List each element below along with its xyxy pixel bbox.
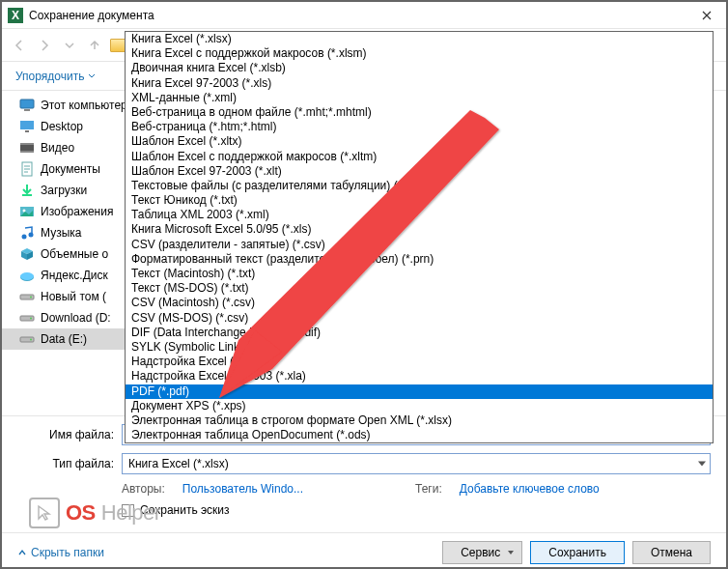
sidebar-item-label: Изображения	[41, 205, 113, 218]
svg-rect-8	[20, 151, 34, 153]
filetype-option[interactable]: Книга Excel 97-2003 (*.xls)	[126, 76, 713, 91]
filetype-option[interactable]: PDF (*.pdf)	[126, 384, 713, 399]
sidebar-item-label: Документы	[41, 162, 100, 176]
svg-point-20	[30, 318, 32, 320]
video-icon	[19, 140, 35, 156]
sidebar-item-label: Яндекс.Диск	[41, 269, 108, 282]
arrow-left-icon	[13, 39, 26, 52]
filetype-option[interactable]: SYLK (Symbolic Link) (*.slk)	[126, 340, 713, 355]
download-icon	[19, 183, 35, 198]
svg-rect-7	[20, 143, 34, 145]
svg-rect-3	[24, 109, 30, 111]
filetype-option[interactable]: Двоичная книга Excel (*.xlsb)	[126, 61, 713, 75]
svg-rect-2	[20, 100, 34, 108]
svg-point-16	[20, 272, 34, 280]
organize-button[interactable]: Упорядочить	[10, 66, 101, 87]
authors-label: Авторы:	[122, 482, 165, 496]
chevron-down-icon	[65, 41, 74, 50]
filetype-option[interactable]: CSV (Macintosh) (*.csv)	[126, 296, 713, 310]
sidebar-item-label: Объемные о	[41, 247, 108, 261]
filetype-option[interactable]: Электронная таблица OpenDocument (*.ods)	[126, 428, 713, 442]
sidebar-item-label: Музыка	[41, 226, 81, 240]
filetype-select[interactable]: Книга Excel (*.xlsx)	[122, 453, 711, 474]
sidebar-item-label: Data (E:)	[41, 332, 87, 346]
filetype-option[interactable]: Веб-страница в одном файле (*.mht;*.mhtm…	[126, 105, 713, 120]
nav-up[interactable]	[85, 36, 104, 55]
filetype-option[interactable]: Книга Microsoft Excel 5.0/95 (*.xls)	[126, 222, 713, 237]
organize-label: Упорядочить	[15, 70, 84, 83]
svg-point-18	[30, 297, 32, 299]
window-title: Сохранение документа	[29, 9, 687, 22]
sidebar-item-label: Загрузки	[41, 184, 87, 197]
filetype-option[interactable]: XML-данные (*.xml)	[126, 91, 713, 105]
titlebar: X Сохранение документа	[2, 2, 726, 29]
svg-rect-10	[22, 194, 32, 196]
watermark-text-a: OS	[66, 500, 96, 526]
drive-icon	[19, 310, 35, 326]
chevron-down-icon	[88, 72, 96, 80]
close-icon	[702, 11, 712, 20]
nav-recent[interactable]	[60, 36, 79, 55]
svg-rect-4	[20, 121, 34, 129]
filetype-option[interactable]: Текстовые файлы (с разделителями табуляц…	[126, 179, 713, 193]
sidebar-item-label: Download (D:	[41, 311, 111, 325]
filetype-option[interactable]: CSV (разделители - запятые) (*.csv)	[126, 238, 713, 252]
filetype-option[interactable]: Веб-страница (*.htm;*.html)	[126, 120, 713, 134]
filetype-option[interactable]: Текст (MS-DOS) (*.txt)	[126, 281, 713, 296]
yadisk-icon	[19, 268, 35, 283]
tags-label: Теги:	[415, 482, 442, 496]
tools-label: Сервис	[461, 546, 500, 559]
tools-button[interactable]: Сервис	[442, 541, 522, 564]
images-icon	[19, 204, 35, 219]
cube-icon	[19, 246, 35, 262]
filename-label: Имя файла:	[17, 428, 114, 441]
filetype-option[interactable]: Надстройка Excel (*.xlam)	[126, 355, 713, 369]
monitor-icon	[19, 98, 35, 113]
cancel-label: Отмена	[651, 546, 692, 559]
svg-rect-5	[25, 130, 29, 132]
filetype-option[interactable]: Текст (Macintosh) (*.txt)	[126, 267, 713, 281]
hide-folders-button[interactable]: Скрыть папки	[17, 546, 104, 559]
filetype-option[interactable]: Надстройка Excel 97-2003 (*.xla)	[126, 369, 713, 384]
hide-folders-label: Скрыть папки	[31, 546, 104, 559]
filetype-option[interactable]: Шаблон Excel с поддержкой макросов (*.xl…	[126, 150, 713, 164]
filetype-option[interactable]: Форматированный текст (разделитель — про…	[126, 252, 713, 267]
filetype-value: Книга Excel (*.xlsx)	[128, 457, 229, 470]
filetype-option[interactable]: Электронная таблица в строгом формате Op…	[126, 413, 713, 428]
save-label: Сохранить	[548, 546, 606, 559]
arrow-right-icon	[38, 39, 51, 52]
authors-value[interactable]: Пользователь Windo...	[182, 482, 303, 496]
filetype-option[interactable]: Книга Excel с поддержкой макросов (*.xls…	[126, 46, 713, 61]
desktop-icon	[19, 119, 35, 134]
filetype-dropdown[interactable]: Книга Excel (*.xlsx)Книга Excel с поддер…	[125, 31, 714, 443]
filetype-option[interactable]: DIF (Data Interchange Format) (*.dif)	[126, 326, 713, 340]
chevron-up-icon	[17, 548, 27, 557]
cancel-button[interactable]: Отмена	[632, 541, 711, 564]
svg-point-14	[29, 233, 34, 238]
filetype-option[interactable]: Документ XPS (*.xps)	[126, 399, 713, 413]
drive-icon	[19, 289, 35, 304]
watermark: OSHelper	[29, 498, 161, 528]
excel-icon: X	[8, 8, 23, 23]
sidebar-item-label: Новый том (	[41, 290, 106, 303]
filetype-option[interactable]: Книга Excel (*.xlsx)	[126, 32, 713, 46]
sidebar-item-label: Desktop	[41, 120, 83, 133]
filetype-option[interactable]: Шаблон Excel 97-2003 (*.xlt)	[126, 164, 713, 179]
arrow-up-icon	[88, 39, 101, 52]
filetype-option[interactable]: CSV (MS-DOS) (*.csv)	[126, 311, 713, 326]
filetype-label: Тип файла:	[17, 457, 114, 470]
filetype-option[interactable]: Шаблон Excel (*.xltx)	[126, 134, 713, 149]
drive-icon	[19, 331, 35, 347]
footer: Скрыть папки Сервис Сохранить Отмена	[2, 532, 726, 569]
watermark-text-b: Helper	[101, 500, 161, 526]
filetype-option[interactable]: Таблица XML 2003 (*.xml)	[126, 208, 713, 222]
nav-forward[interactable]	[35, 36, 54, 55]
cursor-icon	[29, 498, 60, 528]
tags-value[interactable]: Добавьте ключевое слово	[460, 482, 600, 496]
nav-back[interactable]	[10, 36, 29, 55]
close-button[interactable]	[687, 2, 726, 29]
save-button[interactable]: Сохранить	[530, 541, 625, 564]
filetype-option[interactable]: Текст Юникод (*.txt)	[126, 193, 713, 208]
music-icon	[19, 225, 35, 241]
sidebar-item-label: Этот компьютер	[41, 99, 127, 112]
